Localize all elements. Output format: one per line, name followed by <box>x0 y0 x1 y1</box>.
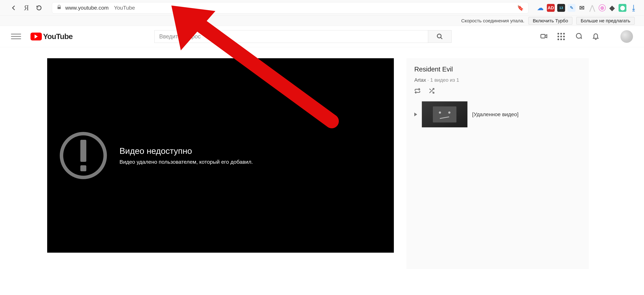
extension-counter-icon[interactable]: 13 <box>557 4 565 12</box>
playlist-item-thumbnail <box>422 101 468 127</box>
youtube-play-icon <box>30 33 42 41</box>
extensions: ☁ AD 13 ✎ ✉ ⋀ ◎ ◆ ⬤ ⭳ <box>533 4 638 12</box>
error-title: Видео недоступно <box>120 146 253 156</box>
player-error: Видео недоступно Видео удалено пользоват… <box>47 132 253 179</box>
shuffle-icon[interactable] <box>428 88 435 95</box>
extension-adblock-icon[interactable]: AD <box>547 4 555 12</box>
extension-circle-icon[interactable]: ◎ <box>599 5 606 11</box>
extension-cloud-icon[interactable]: ☁ <box>536 4 544 12</box>
yandex-home-button[interactable]: Я <box>22 4 31 12</box>
enable-turbo-button[interactable]: Включить Турбо <box>528 17 572 25</box>
extension-mail-icon[interactable]: ✉ <box>578 4 586 12</box>
dismiss-turbo-button[interactable]: Больше не предлагать <box>576 17 634 25</box>
browser-toolbar: Я www.youtube.com YouTube 🔖 ☁ AD 13 ✎ ✉ … <box>0 0 644 16</box>
svg-rect-0 <box>58 7 61 9</box>
warning-icon <box>60 132 107 179</box>
guide-menu-button[interactable] <box>11 32 21 42</box>
account-avatar[interactable] <box>620 30 633 43</box>
extension-alice-icon[interactable]: ⋀ <box>588 4 596 12</box>
extension-editor-icon[interactable]: ✎ <box>568 4 576 12</box>
page-title: YouTube <box>114 5 135 11</box>
playlist-author[interactable]: Artax <box>414 77 426 83</box>
playlist-item-title: [Удаленное видео] <box>472 111 518 117</box>
apps-icon[interactable] <box>558 33 565 40</box>
playlist-sidebar: Resident Evil Artax · 1 видео из 1 [Удал… <box>406 58 589 269</box>
youtube-logo[interactable]: YouTube <box>30 32 73 41</box>
masthead-icons <box>540 30 633 43</box>
messages-icon[interactable] <box>575 33 582 41</box>
now-playing-icon <box>414 113 417 116</box>
youtube-logo-text: YouTube <box>43 32 73 41</box>
playlist-item[interactable]: [Удаленное видео] <box>414 101 581 127</box>
url-text: www.youtube.com <box>65 5 109 11</box>
extension-green-icon[interactable]: ⬤ <box>618 4 626 12</box>
youtube-masthead: YouTube <box>0 26 644 47</box>
loop-icon[interactable] <box>414 88 420 95</box>
search-button[interactable] <box>428 30 452 43</box>
playlist-subtitle: Artax · 1 видео из 1 <box>414 77 581 83</box>
bookmark-icon[interactable]: 🔖 <box>517 5 524 11</box>
extension-shield-icon[interactable]: ◆ <box>608 4 616 12</box>
connection-speed-bar: Скорость соединения упала. Включить Турб… <box>0 16 644 26</box>
svg-point-1 <box>437 34 441 38</box>
create-video-icon[interactable] <box>540 33 548 41</box>
downloads-icon[interactable]: ⭳ <box>630 4 638 12</box>
svg-rect-2 <box>541 34 545 38</box>
back-button[interactable] <box>10 4 18 12</box>
error-subtitle: Видео удалено пользователем, который его… <box>120 159 253 165</box>
playlist-title: Resident Evil <box>414 66 581 73</box>
address-bar[interactable]: www.youtube.com YouTube 🔖 <box>52 2 528 14</box>
lock-icon <box>57 5 62 11</box>
playlist-count: 1 видео из 1 <box>430 77 459 83</box>
search-form <box>154 30 452 43</box>
connection-message: Скорость соединения упала. <box>461 18 524 24</box>
content-area: Видео недоступно Видео удалено пользоват… <box>0 47 644 269</box>
video-player[interactable]: Видео недоступно Видео удалено пользоват… <box>47 58 394 253</box>
search-input[interactable] <box>154 30 428 43</box>
reload-button[interactable] <box>34 4 44 12</box>
notifications-icon[interactable] <box>592 33 599 41</box>
